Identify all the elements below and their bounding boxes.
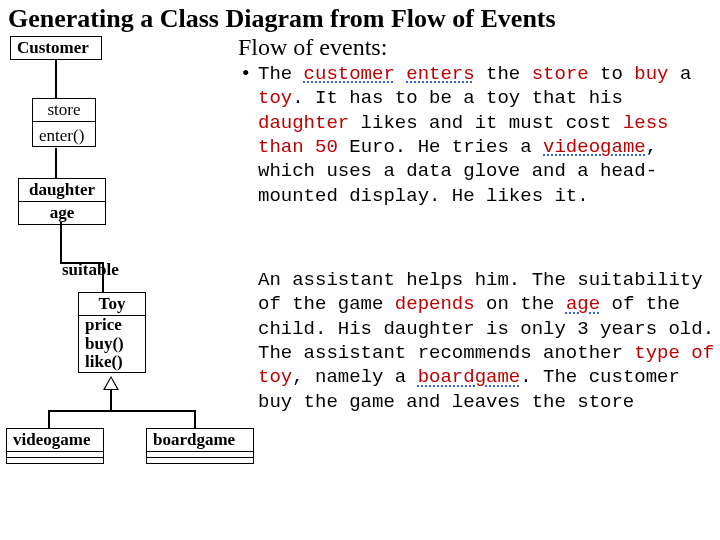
- hl-toy: toy: [258, 87, 292, 109]
- class-name: daughter: [19, 179, 105, 201]
- class-op: like(): [79, 353, 145, 372]
- flow-header: Flow of events:: [238, 34, 387, 61]
- class-op: buy(): [79, 335, 145, 354]
- t: likes and it must cost: [349, 112, 623, 134]
- class-name: videogame: [7, 429, 103, 451]
- bullet-icon: •: [240, 62, 258, 208]
- class-attr: price: [79, 315, 145, 335]
- hl-customer: customer: [304, 63, 395, 85]
- assoc-line: [55, 60, 57, 98]
- generalization-arrow-icon: [103, 376, 119, 390]
- t: , namely a: [292, 366, 417, 388]
- assoc-line: [55, 148, 57, 178]
- class-daughter: daughter age: [18, 178, 106, 225]
- hl-videogame: videogame: [543, 136, 646, 158]
- hl-daughter: daughter: [258, 112, 349, 134]
- class-videogame: videogame: [6, 428, 104, 464]
- t: . It has to be a toy that his: [292, 87, 623, 109]
- class-attr: age: [19, 201, 105, 224]
- t: to: [589, 63, 635, 85]
- t: a: [669, 63, 692, 85]
- class-toy: Toy price buy() like(): [78, 292, 146, 373]
- gen-line: [48, 410, 50, 428]
- hl-boardgame: boardgame: [418, 366, 521, 388]
- class-name: boardgame: [147, 429, 253, 451]
- t: Euro. He tries a: [338, 136, 543, 158]
- gen-line: [48, 410, 196, 412]
- class-boardgame: boardgame: [146, 428, 254, 464]
- t: the: [475, 63, 532, 85]
- flow-paragraph-1: • The customer enters the store to buy a…: [240, 62, 718, 208]
- class-op: enter(): [33, 127, 95, 146]
- flow-paragraph-2: An assistant helps him. The suitability …: [258, 268, 718, 414]
- class-customer: Customer: [10, 36, 102, 60]
- hl-enters: enters: [406, 63, 474, 85]
- hl-store: store: [532, 63, 589, 85]
- t: on the: [475, 293, 566, 315]
- gen-line: [110, 390, 112, 410]
- hl-buy: buy: [634, 63, 668, 85]
- assoc-label-suitable: suitable: [62, 260, 119, 280]
- class-store: store enter(): [32, 98, 96, 147]
- hl-depends: depends: [395, 293, 475, 315]
- gen-line: [194, 410, 196, 428]
- class-name: Toy: [79, 293, 145, 315]
- class-name: Customer: [11, 37, 101, 59]
- assoc-line: [60, 222, 62, 262]
- class-name: store: [33, 99, 95, 121]
- hl-age: age: [566, 293, 600, 315]
- t: [395, 63, 406, 85]
- page-title: Generating a Class Diagram from Flow of …: [8, 4, 556, 34]
- t: The: [258, 63, 304, 85]
